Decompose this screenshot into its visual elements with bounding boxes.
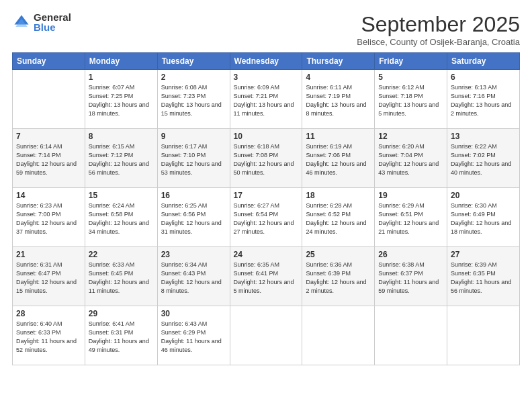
calendar-header-row: Sunday Monday Tuesday Wednesday Thursday… — [13, 53, 520, 70]
table-cell: 10Sunrise: 6:18 AMSunset: 7:08 PMDayligh… — [230, 129, 302, 188]
day-info: Sunrise: 6:23 AMSunset: 7:00 PMDaylight:… — [16, 201, 81, 236]
header-tuesday: Tuesday — [157, 53, 230, 70]
table-cell: 11Sunrise: 6:19 AMSunset: 7:06 PMDayligh… — [302, 129, 375, 188]
logo-icon — [12, 13, 31, 32]
table-cell: 12Sunrise: 6:20 AMSunset: 7:04 PMDayligh… — [375, 129, 447, 188]
day-info: Sunrise: 6:41 AMSunset: 6:31 PMDaylight:… — [89, 320, 154, 355]
day-info: Sunrise: 6:35 AMSunset: 6:41 PMDaylight:… — [234, 261, 299, 295]
day-number: 27 — [451, 250, 516, 259]
day-number: 16 — [161, 191, 226, 200]
day-number: 7 — [16, 132, 81, 141]
day-info: Sunrise: 6:07 AMSunset: 7:25 PMDaylight:… — [89, 83, 154, 118]
day-info: Sunrise: 6:19 AMSunset: 7:06 PMDaylight:… — [306, 142, 371, 177]
table-cell — [302, 306, 375, 365]
title-section: September 2025 Belisce, County of Osijek… — [357, 12, 520, 47]
day-info: Sunrise: 6:28 AMSunset: 6:52 PMDaylight:… — [306, 201, 371, 236]
day-number: 6 — [451, 73, 516, 82]
day-info: Sunrise: 6:40 AMSunset: 6:33 PMDaylight:… — [16, 320, 81, 355]
day-number: 5 — [378, 73, 443, 82]
day-info: Sunrise: 6:34 AMSunset: 6:43 PMDaylight:… — [161, 261, 226, 295]
calendar-table: Sunday Monday Tuesday Wednesday Thursday… — [12, 52, 520, 365]
table-cell: 9Sunrise: 6:17 AMSunset: 7:10 PMDaylight… — [157, 129, 230, 188]
header: General Blue September 2025 Belisce, Cou… — [12, 12, 520, 47]
table-cell: 24Sunrise: 6:35 AMSunset: 6:41 PMDayligh… — [230, 247, 302, 306]
day-number: 28 — [16, 309, 81, 318]
table-cell: 18Sunrise: 6:28 AMSunset: 6:52 PMDayligh… — [302, 188, 375, 247]
header-thursday: Thursday — [302, 53, 375, 70]
table-cell: 3Sunrise: 6:09 AMSunset: 7:21 PMDaylight… — [230, 70, 302, 129]
day-info: Sunrise: 6:22 AMSunset: 7:02 PMDaylight:… — [451, 142, 516, 177]
day-number: 15 — [89, 191, 154, 200]
table-cell: 29Sunrise: 6:41 AMSunset: 6:31 PMDayligh… — [85, 306, 157, 365]
table-cell: 23Sunrise: 6:34 AMSunset: 6:43 PMDayligh… — [157, 247, 230, 306]
day-number: 26 — [378, 250, 443, 259]
day-number: 19 — [378, 191, 443, 200]
day-info: Sunrise: 6:17 AMSunset: 7:10 PMDaylight:… — [161, 142, 226, 177]
day-info: Sunrise: 6:25 AMSunset: 6:56 PMDaylight:… — [161, 201, 226, 236]
day-info: Sunrise: 6:08 AMSunset: 7:23 PMDaylight:… — [161, 83, 226, 118]
day-number: 3 — [234, 73, 299, 82]
table-cell — [230, 306, 302, 365]
day-number: 10 — [234, 132, 299, 141]
day-number: 8 — [89, 132, 154, 141]
table-cell: 22Sunrise: 6:33 AMSunset: 6:45 PMDayligh… — [85, 247, 157, 306]
header-monday: Monday — [85, 53, 157, 70]
table-cell: 6Sunrise: 6:13 AMSunset: 7:16 PMDaylight… — [447, 70, 520, 129]
logo: General Blue — [12, 12, 71, 32]
day-info: Sunrise: 6:36 AMSunset: 6:39 PMDaylight:… — [306, 261, 371, 295]
day-info: Sunrise: 6:13 AMSunset: 7:16 PMDaylight:… — [451, 83, 516, 118]
day-info: Sunrise: 6:24 AMSunset: 6:58 PMDaylight:… — [89, 201, 154, 236]
table-cell: 1Sunrise: 6:07 AMSunset: 7:25 PMDaylight… — [85, 70, 157, 129]
table-cell: 7Sunrise: 6:14 AMSunset: 7:14 PMDaylight… — [13, 129, 85, 188]
day-number: 18 — [306, 191, 371, 200]
day-info: Sunrise: 6:18 AMSunset: 7:08 PMDaylight:… — [234, 142, 299, 177]
day-number: 12 — [378, 132, 443, 141]
table-cell: 21Sunrise: 6:31 AMSunset: 6:47 PMDayligh… — [13, 247, 85, 306]
week-row-4: 28Sunrise: 6:40 AMSunset: 6:33 PMDayligh… — [13, 306, 520, 365]
day-info: Sunrise: 6:29 AMSunset: 6:51 PMDaylight:… — [378, 201, 443, 236]
day-info: Sunrise: 6:12 AMSunset: 7:18 PMDaylight:… — [378, 83, 443, 118]
day-info: Sunrise: 6:15 AMSunset: 7:12 PMDaylight:… — [89, 142, 154, 177]
table-cell: 27Sunrise: 6:39 AMSunset: 6:35 PMDayligh… — [447, 247, 520, 306]
table-cell: 13Sunrise: 6:22 AMSunset: 7:02 PMDayligh… — [447, 129, 520, 188]
table-cell: 30Sunrise: 6:43 AMSunset: 6:29 PMDayligh… — [157, 306, 230, 365]
day-number: 17 — [234, 191, 299, 200]
table-cell: 20Sunrise: 6:30 AMSunset: 6:49 PMDayligh… — [447, 188, 520, 247]
week-row-1: 7Sunrise: 6:14 AMSunset: 7:14 PMDaylight… — [13, 129, 520, 188]
week-row-3: 21Sunrise: 6:31 AMSunset: 6:47 PMDayligh… — [13, 247, 520, 306]
table-cell: 25Sunrise: 6:36 AMSunset: 6:39 PMDayligh… — [302, 247, 375, 306]
day-info: Sunrise: 6:30 AMSunset: 6:49 PMDaylight:… — [451, 201, 516, 236]
table-cell — [375, 306, 447, 365]
table-cell: 17Sunrise: 6:27 AMSunset: 6:54 PMDayligh… — [230, 188, 302, 247]
header-friday: Friday — [375, 53, 447, 70]
header-sunday: Sunday — [13, 53, 85, 70]
day-info: Sunrise: 6:09 AMSunset: 7:21 PMDaylight:… — [234, 83, 299, 118]
table-cell: 15Sunrise: 6:24 AMSunset: 6:58 PMDayligh… — [85, 188, 157, 247]
day-number: 13 — [451, 132, 516, 141]
table-cell: 16Sunrise: 6:25 AMSunset: 6:56 PMDayligh… — [157, 188, 230, 247]
day-number: 29 — [89, 309, 154, 318]
day-info: Sunrise: 6:14 AMSunset: 7:14 PMDaylight:… — [16, 142, 81, 177]
page: General Blue September 2025 Belisce, Cou… — [0, 0, 532, 411]
table-cell: 5Sunrise: 6:12 AMSunset: 7:18 PMDaylight… — [375, 70, 447, 129]
day-number: 11 — [306, 132, 371, 141]
header-saturday: Saturday — [447, 53, 520, 70]
table-cell: 28Sunrise: 6:40 AMSunset: 6:33 PMDayligh… — [13, 306, 85, 365]
day-number: 4 — [306, 73, 371, 82]
logo-blue-text: Blue — [34, 22, 71, 32]
day-number: 23 — [161, 250, 226, 259]
day-number: 30 — [161, 309, 226, 318]
table-cell: 26Sunrise: 6:38 AMSunset: 6:37 PMDayligh… — [375, 247, 447, 306]
table-cell: 19Sunrise: 6:29 AMSunset: 6:51 PMDayligh… — [375, 188, 447, 247]
logo-general-text: General — [34, 12, 71, 22]
table-cell — [13, 70, 85, 129]
day-number: 14 — [16, 191, 81, 200]
table-cell: 4Sunrise: 6:11 AMSunset: 7:19 PMDaylight… — [302, 70, 375, 129]
day-info: Sunrise: 6:39 AMSunset: 6:35 PMDaylight:… — [451, 261, 516, 295]
day-number: 1 — [89, 73, 154, 82]
logo-text: General Blue — [34, 12, 71, 32]
day-number: 24 — [234, 250, 299, 259]
day-info: Sunrise: 6:20 AMSunset: 7:04 PMDaylight:… — [378, 142, 443, 177]
month-title: September 2025 — [357, 12, 520, 37]
day-number: 22 — [89, 250, 154, 259]
